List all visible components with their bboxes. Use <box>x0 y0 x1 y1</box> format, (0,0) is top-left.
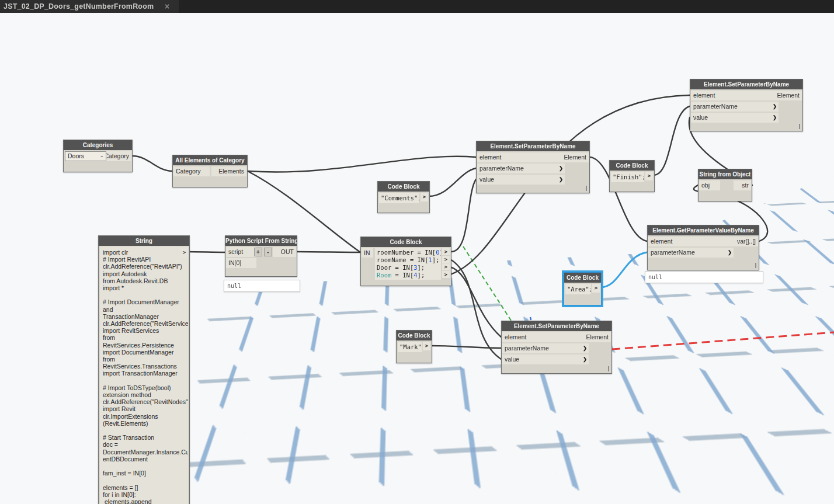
node-set-parameter-mark[interactable]: Element.SetParameterByNameelement❯parame… <box>501 321 612 374</box>
node-header-all-elements-of-category[interactable]: All Elements of Category <box>173 155 247 165</box>
code-text[interactable]: "Comments"; <box>379 193 419 203</box>
input-port-script[interactable]: script <box>226 247 256 257</box>
node-string-input[interactable]: Stringimport clr # Import RevitAPI clr.A… <box>98 235 190 504</box>
preview-bubble-get-parameter-value[interactable]: null <box>645 271 763 283</box>
default-value-chevron-icon: ❯ <box>583 343 587 353</box>
input-port-category[interactable]: Category <box>173 166 210 176</box>
output-port-element[interactable]: Element <box>575 332 611 342</box>
output-port-category[interactable]: Category <box>104 151 131 161</box>
default-value-chevron-icon: ❯ <box>583 354 587 364</box>
node-code-block-main[interactable]: Code BlockINroomNumber = IN[0];roomName … <box>360 237 451 286</box>
input-port-parametername[interactable]: parameterName❯ <box>477 164 565 173</box>
output-port[interactable]: > <box>180 248 188 257</box>
output-port-var[interactable]: var[]..[] <box>725 237 758 246</box>
tab-title: JST_02_DP_Doors_getNumberFromRoom <box>4 2 165 11</box>
default-value-chevron-icon: ❯ <box>559 175 563 185</box>
code-text[interactable]: "Mark"; <box>398 342 422 352</box>
node-code-block-area[interactable]: Code Block"Area";> <box>564 272 602 305</box>
input-port-element[interactable]: element❯ <box>648 237 734 246</box>
workspace-tab[interactable]: JST_02_DP_Doors_getNumberFromRoom × <box>0 0 179 13</box>
output-port-element[interactable]: Element <box>552 152 589 162</box>
node-header-categories[interactable]: Categories <box>64 140 132 150</box>
output-port-0[interactable]: > <box>442 248 450 255</box>
default-value-chevron-icon: ❯ <box>728 248 732 258</box>
wire-13[interactable] <box>450 267 501 337</box>
node-python-script-from-string[interactable]: Python Script From StringscriptIN[0]OUT+… <box>225 235 297 277</box>
node-code-block-comments[interactable]: Code Block"Comments";> <box>377 181 430 213</box>
wire-14[interactable] <box>450 259 501 359</box>
input-port-element[interactable]: element❯ <box>477 152 565 162</box>
output-port-out[interactable]: OUT <box>273 247 296 257</box>
output-port-1[interactable]: > <box>442 256 450 263</box>
input-port-parametername[interactable]: parameterName❯ <box>691 102 779 112</box>
wire-9[interactable] <box>654 106 690 175</box>
wire-5[interactable] <box>429 168 476 196</box>
node-header-code-block-mark[interactable]: Code Block <box>397 331 432 340</box>
node-header-code-block-comments[interactable]: Code Block <box>378 182 429 192</box>
wire-1[interactable] <box>248 157 476 172</box>
node-header-code-block-finish[interactable]: Code Block <box>610 161 654 171</box>
input-port-value[interactable]: value❯ <box>691 113 779 123</box>
output-port-element[interactable]: Element <box>766 91 802 100</box>
output-port-2[interactable]: > <box>442 263 450 270</box>
node-code-block-finish[interactable]: Code Block"Finish";> <box>609 160 655 192</box>
wire-3[interactable] <box>186 252 225 252</box>
node-header-set-parameter-comments[interactable]: Element.SetParameterByName <box>477 141 589 151</box>
category-dropdown[interactable]: Doors⌄ <box>65 151 106 161</box>
output-port-0[interactable]: > <box>423 342 430 350</box>
node-categories[interactable]: CategoriesCategoryDoors⌄ <box>63 140 133 172</box>
default-value-chevron-icon: ❯ <box>773 102 777 112</box>
string-value-text[interactable]: import clr # Import RevitAPI clr.AddRefe… <box>100 246 188 504</box>
code-text[interactable]: "Finish"; <box>611 172 644 182</box>
default-value-chevron-icon: ❯ <box>773 113 777 123</box>
lacing-indicator <box>755 263 756 268</box>
wire-12[interactable] <box>600 252 647 287</box>
output-port-0[interactable]: > <box>592 284 600 293</box>
node-header-code-block-main[interactable]: Code Block <box>361 237 451 247</box>
lacing-indicator <box>586 186 587 191</box>
chevron-down-icon: ⌄ <box>99 151 104 160</box>
output-port-str[interactable]: str <box>734 180 751 190</box>
axis-x-line <box>612 332 834 349</box>
output-port-0[interactable]: > <box>645 172 653 180</box>
node-get-parameter-value[interactable]: Element.GetParameterValueByNameelement❯p… <box>647 225 759 270</box>
wire-15[interactable] <box>431 346 501 348</box>
code-text[interactable]: roomNumber = IN[0];roomName = IN[1];Door… <box>375 248 441 280</box>
workspace-canvas[interactable]: CategoriesCategoryDoors⌄All Elements of … <box>0 0 834 504</box>
add-input-button[interactable]: + <box>254 248 262 256</box>
input-port-parametername[interactable]: parameterName❯ <box>502 343 589 353</box>
output-port-elements[interactable]: Elements <box>211 166 246 176</box>
input-port-in[interactable]: IN <box>362 248 373 258</box>
node-all-elements-of-category[interactable]: All Elements of CategoryCategoryElements <box>172 155 248 187</box>
default-value-chevron-icon: ❯ <box>559 164 563 173</box>
tab-bar: JST_02_DP_Doors_getNumberFromRoom × <box>0 0 834 13</box>
wire-4[interactable] <box>297 252 360 252</box>
preview-bubble-python-script-from-string[interactable]: null <box>224 280 300 292</box>
lacing-indicator <box>608 366 609 371</box>
node-header-string-input[interactable]: String <box>99 236 189 246</box>
node-code-block-mark[interactable]: Code Block"Mark";> <box>396 330 432 363</box>
node-string-from-object[interactable]: String from Objectobjstr <box>698 169 752 201</box>
output-port-3[interactable]: > <box>442 271 450 278</box>
close-icon[interactable]: × <box>165 1 169 12</box>
input-port-value[interactable]: value❯ <box>502 354 589 364</box>
node-set-parameter-finish[interactable]: Element.SetParameterByNameelement❯parame… <box>690 79 803 131</box>
node-header-set-parameter-finish[interactable]: Element.SetParameterByName <box>690 79 802 89</box>
node-set-parameter-comments[interactable]: Element.SetParameterByNameelement❯parame… <box>476 141 590 193</box>
code-text[interactable]: "Area"; <box>565 284 591 294</box>
node-header-python-script-from-string[interactable]: Python Script From String <box>225 236 297 246</box>
node-header-string-from-object[interactable]: String from Object <box>699 169 752 179</box>
node-header-set-parameter-mark[interactable]: Element.SetParameterByName <box>502 321 611 331</box>
node-header-code-block-area[interactable]: Code Block <box>564 273 601 283</box>
output-port-0[interactable]: > <box>421 193 428 201</box>
node-header-get-parameter-value[interactable]: Element.GetParameterValueByName <box>648 225 759 235</box>
input-port-parametername[interactable]: parameterName❯ <box>648 248 734 258</box>
input-port-obj[interactable]: obj <box>699 180 720 190</box>
wire-6[interactable] <box>450 179 476 252</box>
input-port-value[interactable]: value❯ <box>477 175 565 185</box>
wire-0[interactable] <box>133 156 172 171</box>
lacing-indicator <box>799 124 800 129</box>
input-port-in-0[interactable]: IN[0] <box>226 258 256 268</box>
remove-input-button[interactable]: - <box>264 248 272 256</box>
